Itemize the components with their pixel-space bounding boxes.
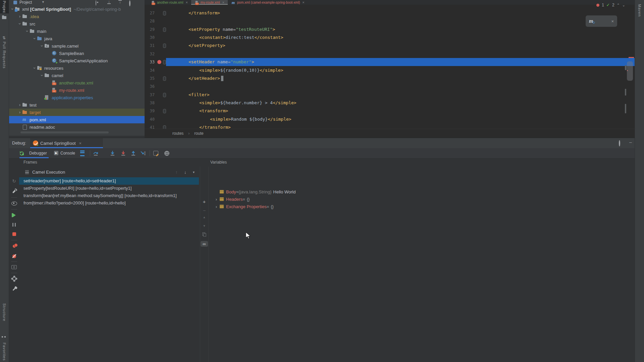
infinity-toggle-icon[interactable]: ∞: [201, 241, 208, 247]
variable-expand-chevron-icon[interactable]: ›: [214, 204, 219, 209]
fold-start-icon[interactable]: [163, 93, 166, 97]
code-line-27[interactable]: 27</transform>: [145, 9, 623, 17]
tab-close-icon[interactable]: ×: [302, 0, 304, 4]
variable-expand-chevron-icon[interactable]: ›: [214, 197, 219, 202]
frame-row[interactable]: setProperty[testRouteURI] [route=hello,i…: [19, 185, 199, 192]
tree-row-readme.adoc[interactable]: readme.adoc: [9, 123, 145, 131]
tree-row-test[interactable]: ›test: [9, 101, 145, 109]
tree-row-target[interactable]: ›target: [9, 109, 145, 116]
resume-program-icon[interactable]: [10, 211, 18, 219]
toolwindow-button-favorites[interactable]: Favorites: [2, 343, 6, 361]
force-step-into-icon[interactable]: [119, 149, 127, 157]
tree-row-.idea[interactable]: ›.idea: [9, 13, 145, 20]
toolwindow-button-structure[interactable]: Structure: [2, 303, 6, 321]
chevron-expanded-icon[interactable]: ›: [17, 21, 22, 26]
chevron-expanded-icon[interactable]: ›: [32, 36, 37, 41]
fold-end-icon[interactable]: [163, 11, 166, 15]
editor-tab-my-route.xml[interactable]: <>my-route.xml×: [191, 0, 228, 5]
editor-tab-another-route.xml[interactable]: <>another-route.xml×: [148, 0, 191, 5]
chevron-expanded-icon[interactable]: ›: [25, 29, 30, 34]
toolwindow-button-pull-requests[interactable]: Pull Requests: [2, 42, 6, 69]
hide-panel-icon[interactable]: –: [629, 139, 632, 145]
maven-sync-popup[interactable]: m ↻ ×: [586, 15, 617, 27]
view-breakpoints-icon[interactable]: [10, 242, 18, 250]
fold-start-icon[interactable]: [163, 60, 166, 64]
code-line-30[interactable]: 30<constant>direct:test</constant>: [145, 34, 623, 42]
chevron-collapsed-icon[interactable]: ›: [17, 103, 22, 107]
code-line-36[interactable]: 36: [145, 82, 623, 90]
debugger-settings-gear-icon[interactable]: [10, 275, 18, 283]
code-line-38[interactable]: 38<simple>${header.number} > 4</simple>: [145, 99, 623, 107]
code-line-39[interactable]: 39<transform>: [145, 107, 623, 115]
breadcrumb-route[interactable]: route: [194, 131, 203, 136]
code-editor[interactable]: 27</transform>2829<setProperty name="tes…: [145, 5, 623, 129]
frame-up-icon[interactable]: ↑: [175, 170, 178, 175]
tree-horizontal-scrollbar[interactable]: [20, 131, 109, 133]
stop-icon[interactable]: [10, 230, 18, 238]
thread-selector[interactable]: Camel Execution ↑ ↓ ▾: [19, 168, 200, 176]
fold-end-icon[interactable]: [163, 76, 166, 81]
tree-row-application.properties[interactable]: application.properties: [9, 94, 145, 101]
frame-row[interactable]: setHeader[number] [route=hello,id=setHea…: [19, 177, 199, 185]
code-line-31[interactable]: 31</setProperty>: [145, 42, 623, 50]
frame-drop-icon[interactable]: ▾: [193, 170, 195, 174]
mute-breakpoints-icon[interactable]: [10, 252, 18, 260]
tab-close-icon[interactable]: ×: [185, 0, 187, 4]
chevron-expanded-icon[interactable]: ›: [40, 44, 44, 48]
editor-tab-pom.xml[interactable]: mpom.xml (camel-example-spring-boot-xml)…: [228, 0, 308, 5]
tab-debugger[interactable]: Debugger: [26, 148, 50, 158]
chevron-collapsed-icon[interactable]: ›: [17, 110, 22, 115]
run-to-cursor-icon[interactable]: [139, 149, 147, 157]
fold-start-icon[interactable]: [163, 109, 166, 113]
tree-row-SampleCamelApplication[interactable]: CSampleCamelApplication: [9, 57, 145, 64]
rerun-application-icon[interactable]: [18, 149, 26, 157]
tree-row-xml[interactable]: ›xml [Camel SpringBoot]~/Dev/git/camel-s…: [9, 5, 145, 13]
code-line-33[interactable]: 33<setHeader name="number">: [145, 58, 623, 66]
scrollbar-thumb[interactable]: [627, 61, 633, 81]
code-line-35[interactable]: 35</setHeader>: [145, 74, 623, 82]
evaluate-expression-icon[interactable]: [152, 149, 160, 157]
tree-row-SampleBean[interactable]: CSampleBean: [9, 50, 145, 57]
code-line-37[interactable]: 37<filter>: [145, 91, 623, 99]
step-out-icon[interactable]: [129, 149, 137, 157]
fold-end-icon[interactable]: [163, 44, 166, 48]
chevron-expanded-icon[interactable]: ›: [32, 66, 37, 70]
tree-row-resources[interactable]: ›resources: [9, 64, 145, 72]
chevron-collapsed-icon[interactable]: ›: [17, 14, 22, 19]
frame-down-icon[interactable]: ↓: [184, 170, 186, 175]
tree-row-pom.xml[interactable]: mpom.xml: [9, 116, 145, 123]
view-breakpoints-grid-icon[interactable]: [163, 149, 171, 157]
layout-settings-icon[interactable]: [78, 149, 86, 157]
breakpoint-icon[interactable]: [157, 60, 161, 64]
debug-settings-gear-icon[interactable]: [619, 141, 620, 146]
tree-row-java[interactable]: ›java: [9, 35, 145, 42]
variable-row-Headers[interactable]: ›Headers = {}: [209, 195, 635, 203]
editor-area[interactable]: <>another-route.xml×<>my-route.xml×mpom.…: [145, 0, 635, 138]
thread-dump-camera-icon[interactable]: [10, 263, 18, 271]
breadcrumb-routes[interactable]: routes: [172, 131, 183, 136]
tree-row-another-route.xml[interactable]: <>another-route.xml: [9, 79, 145, 86]
tree-row-sample.camel[interactable]: ›sample.camel: [9, 42, 145, 50]
variable-row-Body[interactable]: Body = {java.lang.String}Hello World: [209, 188, 635, 195]
toolwindow-button-maven[interactable]: Maven: [638, 4, 642, 17]
tree-row-src[interactable]: ›src: [9, 20, 145, 27]
chevron-expanded-icon[interactable]: ›: [40, 73, 44, 78]
editor-scroll-gutter[interactable]: [623, 5, 635, 129]
watch-eye-icon[interactable]: [10, 199, 18, 207]
pin-tab-icon[interactable]: [10, 285, 18, 293]
debug-session-tab[interactable]: Camel SpringBoot ×: [30, 138, 103, 148]
chevron-expanded-icon[interactable]: ›: [10, 7, 15, 11]
tree-row-main[interactable]: ›main: [9, 27, 145, 35]
prev-problem-icon[interactable]: ⌃: [617, 3, 620, 7]
code-line-32[interactable]: 32: [145, 50, 623, 58]
frame-row[interactable]: transform[bean[ref:myBean method:saySome…: [19, 192, 199, 199]
tree-row-camel[interactable]: ›camel: [9, 72, 145, 79]
code-line-29[interactable]: 29<setProperty name="testRouteURI">: [145, 25, 623, 34]
toolwindow-button-project[interactable]: Projec: [0, 0, 9, 13]
inspections-widget[interactable]: 1 ✓ 2 ⌃ ⌄: [596, 3, 625, 7]
code-line-40[interactable]: 40<simple>Random ${body}</simple>: [145, 115, 623, 123]
tab-close-icon[interactable]: ×: [222, 0, 224, 4]
code-line-28[interactable]: 28: [145, 17, 623, 25]
code-line-34[interactable]: 34<simple>${random(0,10)}</simple>: [145, 66, 623, 74]
tab-console[interactable]: ▶ Console: [52, 148, 77, 158]
